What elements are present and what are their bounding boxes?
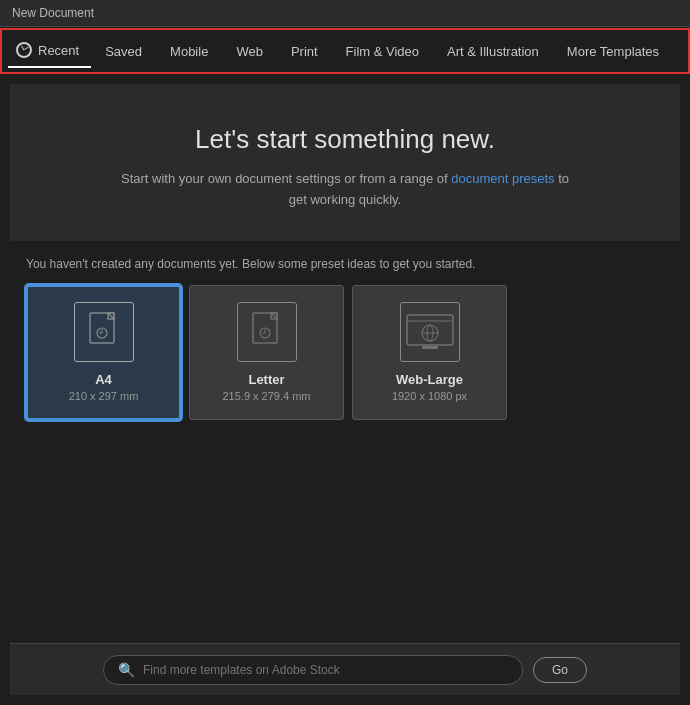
- letter-icon-svg: [249, 311, 285, 353]
- tab-art-illustration[interactable]: Art & Illustration: [433, 36, 553, 67]
- app-window: New Document Recent Saved Mobile Web Pri: [0, 0, 690, 705]
- tab-art-illustration-label: Art & Illustration: [447, 44, 539, 59]
- tab-recent[interactable]: Recent: [8, 34, 91, 68]
- presets-hint: You haven't created any documents yet. B…: [26, 257, 664, 271]
- tab-film-video-label: Film & Video: [346, 44, 419, 59]
- hero-body: Start with your own document settings or…: [30, 169, 660, 211]
- tab-web[interactable]: Web: [222, 36, 277, 67]
- go-button-label: Go: [552, 663, 568, 677]
- preset-letter-label: Letter: [248, 372, 284, 387]
- preset-card-letter[interactable]: Letter 215.9 x 279.4 mm: [189, 285, 344, 420]
- tab-bar: Recent Saved Mobile Web Print Film & Vid…: [0, 28, 690, 74]
- hero-body-text2: to: [555, 171, 569, 186]
- a4-icon-svg: [86, 311, 122, 353]
- presets-section: You haven't created any documents yet. B…: [10, 241, 680, 695]
- hero-heading: Let's start something new.: [30, 124, 660, 155]
- document-presets-link[interactable]: document presets: [451, 171, 554, 186]
- tab-film-video[interactable]: Film & Video: [332, 36, 433, 67]
- search-wrapper: 🔍: [103, 655, 523, 685]
- window-title: New Document: [12, 6, 94, 20]
- tab-more-templates[interactable]: More Templates: [553, 36, 673, 67]
- tab-saved-label: Saved: [105, 44, 142, 59]
- hero-body-text1: Start with your own document settings or…: [121, 171, 451, 186]
- main-content: Let's start something new. Start with yo…: [10, 84, 680, 695]
- clock-icon: [16, 42, 32, 58]
- web-icon-svg: [405, 313, 455, 351]
- presets-grid: A4 210 x 297 mm: [26, 285, 664, 420]
- tab-more-templates-label: More Templates: [567, 44, 659, 59]
- tab-print[interactable]: Print: [277, 36, 332, 67]
- tab-web-label: Web: [236, 44, 263, 59]
- tab-mobile-label: Mobile: [170, 44, 208, 59]
- go-button[interactable]: Go: [533, 657, 587, 683]
- preset-letter-size: 215.9 x 279.4 mm: [222, 390, 310, 402]
- preset-icon-letter: [237, 302, 297, 362]
- svg-rect-11: [422, 346, 438, 349]
- preset-icon-a4: [74, 302, 134, 362]
- preset-a4-label: A4: [95, 372, 112, 387]
- title-bar: New Document: [0, 0, 690, 27]
- preset-web-large-label: Web-Large: [396, 372, 463, 387]
- search-input[interactable]: [143, 663, 508, 677]
- preset-icon-web-large: [400, 302, 460, 362]
- tab-mobile[interactable]: Mobile: [156, 36, 222, 67]
- bottom-search-bar: 🔍 Go: [10, 643, 680, 695]
- hero-body-text3: get working quickly.: [289, 192, 401, 207]
- tab-saved[interactable]: Saved: [91, 36, 156, 67]
- hero-section: Let's start something new. Start with yo…: [10, 84, 680, 241]
- preset-card-a4[interactable]: A4 210 x 297 mm: [26, 285, 181, 420]
- tab-print-label: Print: [291, 44, 318, 59]
- search-icon: 🔍: [118, 662, 135, 678]
- tab-recent-label: Recent: [38, 43, 79, 58]
- preset-card-web-large[interactable]: Web-Large 1920 x 1080 px: [352, 285, 507, 420]
- preset-web-large-size: 1920 x 1080 px: [392, 390, 467, 402]
- preset-a4-size: 210 x 297 mm: [69, 390, 139, 402]
